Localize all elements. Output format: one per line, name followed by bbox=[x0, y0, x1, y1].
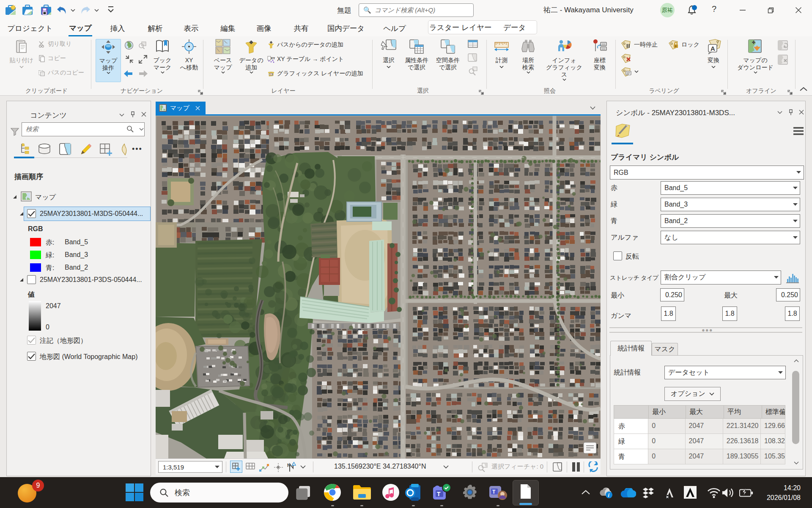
svg-text:A: A bbox=[710, 45, 715, 52]
svg-text:N: N bbox=[287, 463, 291, 468]
svg-text:T: T bbox=[492, 489, 496, 495]
svg-text:T: T bbox=[437, 491, 441, 497]
svg-text:XY: XY bbox=[271, 56, 275, 60]
